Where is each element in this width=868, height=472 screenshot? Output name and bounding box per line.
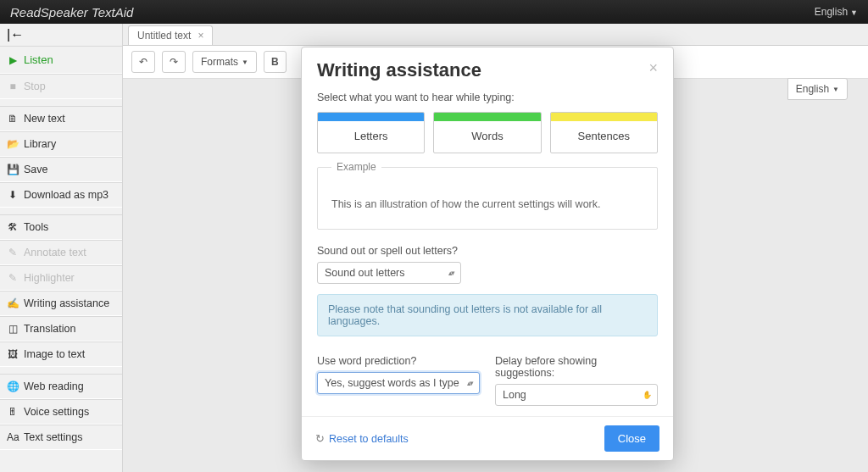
folder-icon: 📂 [7,138,19,150]
reset-label: Reset to defaults [329,433,409,445]
download-icon: ⬇ [7,189,19,201]
option-letters[interactable]: Letters [317,112,425,153]
sidebar-listen-label: Listen [24,53,53,66]
voice-icon: 🎚 [7,406,19,418]
redo-icon: ↷ [170,56,178,68]
example-box: Example This is an illustration of how t… [317,167,658,230]
close-icon[interactable]: × [198,30,203,42]
sidebar-download-label: Download as mp3 [24,189,108,201]
hear-option-row: Letters Words Sentences [317,112,658,153]
sidebar-new-text-label: New text [24,113,65,125]
sidebar-web-reading-label: Web reading [24,380,84,392]
sidebar-download[interactable]: ⬇ Download as mp3 [0,182,122,208]
writing-assistance-dialog: Writing assistance × Select what you wan… [301,47,674,461]
option-sentences-label: Sentences [551,121,657,153]
document-tab[interactable]: Untitled text × [128,25,213,45]
sound-out-select[interactable]: Sound out letters ▴▾ [317,262,461,284]
sidebar-stop-label: Stop [24,81,46,92]
delay-label: Delay before showing suggestions: [495,355,658,379]
dialog-close-button[interactable]: × [648,59,658,77]
sidebar-collapse[interactable]: |← [0,24,122,46]
undo-button[interactable]: ↶ [131,51,155,73]
save-icon: 💾 [7,164,19,175]
sidebar-web-reading[interactable]: 🌐 Web reading [0,374,122,399]
translate-icon: ◫ [7,323,19,335]
example-legend: Example [331,161,381,173]
color-bar-blue [318,113,424,121]
editor-language-label: English [796,83,829,95]
delay-select[interactable]: Long ✋ [495,384,658,406]
option-words[interactable]: Words [433,112,541,153]
sidebar-highlighter: ✎ Highlighter [0,265,122,291]
dialog-title: Writing assistance [317,59,481,81]
prediction-value: Yes, suggest words as I type [325,377,459,389]
bold-button[interactable]: B [264,51,287,73]
sidebar-text-settings-label: Text settings [24,431,82,443]
color-bar-green [434,113,540,121]
tab-label: Untitled text [137,30,191,42]
globe-icon: 🌐 [7,380,19,392]
tools-icon: 🛠 [7,221,19,233]
formats-dropdown[interactable]: Formats ▼ [192,51,257,73]
redo-button[interactable]: ↷ [162,51,186,73]
sound-out-label: Sound out or spell out letters? [317,245,658,257]
collapse-icon: |← [7,27,24,42]
color-bar-yellow [551,113,657,121]
sidebar-writing[interactable]: ✍ Writing assistance [0,291,122,316]
chevron-down-icon: ▼ [832,86,839,93]
document-icon: 🗎 [7,113,19,125]
sidebar-translation[interactable]: ◫ Translation [0,316,122,342]
sidebar-tools-label: Tools [24,221,48,233]
close-button[interactable]: Close [604,425,659,452]
sound-out-value: Sound out letters [325,267,405,279]
sidebar-image-to-text[interactable]: 🖼 Image to text [0,342,122,367]
formats-label: Formats [201,56,238,68]
chevron-down-icon: ▼ [242,58,248,66]
updown-icon: ▴▾ [448,269,453,277]
language-label: English [815,6,848,18]
writing-icon: ✍ [7,297,19,309]
sidebar-translation-label: Translation [24,323,75,335]
example-text: This is an illustration of how the curre… [331,198,643,210]
sidebar-library-label: Library [24,138,56,150]
delay-value: Long [503,389,526,401]
sidebar-voice-settings-label: Voice settings [24,406,89,418]
dialog-instruction: Select what you want to hear while typin… [317,92,658,103]
sidebar-annotate-label: Annotate text [24,247,86,258]
option-sentences[interactable]: Sentences [550,112,658,153]
editor-language-dropdown[interactable]: English ▼ [787,78,848,100]
option-letters-label: Letters [318,121,424,153]
sidebar-stop: ■ Stop [0,74,122,99]
sidebar-save-label: Save [24,164,48,175]
sidebar-text-settings[interactable]: Aa Text settings [0,425,122,450]
app-brand: ReadSpeaker TextAid [10,5,133,19]
sidebar-image-to-text-label: Image to text [24,348,85,360]
tab-strip: Untitled text × [123,24,868,46]
play-icon: ▶ [7,54,19,66]
language-switcher[interactable]: English▼ [815,6,858,18]
sidebar-library[interactable]: 📂 Library [0,131,122,157]
sidebar-listen[interactable]: ▶ Listen [0,46,122,74]
stop-icon: ■ [7,81,19,92]
sidebar-writing-label: Writing assistance [24,297,109,309]
text-icon: Aa [7,431,19,443]
option-words-label: Words [434,121,540,153]
sound-out-notice: Please note that sounding out letters is… [317,294,658,336]
top-bar: ReadSpeaker TextAid English▼ [0,0,868,24]
prediction-select[interactable]: Yes, suggest words as I type ▴▾ [317,372,480,394]
sidebar: |← ▶ Listen ■ Stop 🗎 New text 📂 Library … [0,24,123,472]
highlighter-icon: ✎ [7,272,19,284]
image-icon: 🖼 [7,348,19,360]
sidebar-save[interactable]: 💾 Save [0,157,122,182]
sidebar-voice-settings[interactable]: 🎚 Voice settings [0,399,122,425]
cursor-icon: ✋ [643,391,650,399]
undo-icon: ↶ [139,56,147,68]
reset-to-defaults[interactable]: ↻ Reset to defaults [315,432,409,445]
updown-icon: ▴▾ [467,379,472,387]
sidebar-new-text[interactable]: 🗎 New text [0,106,122,131]
chevron-down-icon: ▼ [850,8,858,17]
refresh-icon: ↻ [315,432,325,445]
sidebar-highlighter-label: Highlighter [24,272,75,284]
sidebar-tools[interactable]: 🛠 Tools [0,214,122,240]
prediction-label: Use word prediction? [317,355,480,367]
